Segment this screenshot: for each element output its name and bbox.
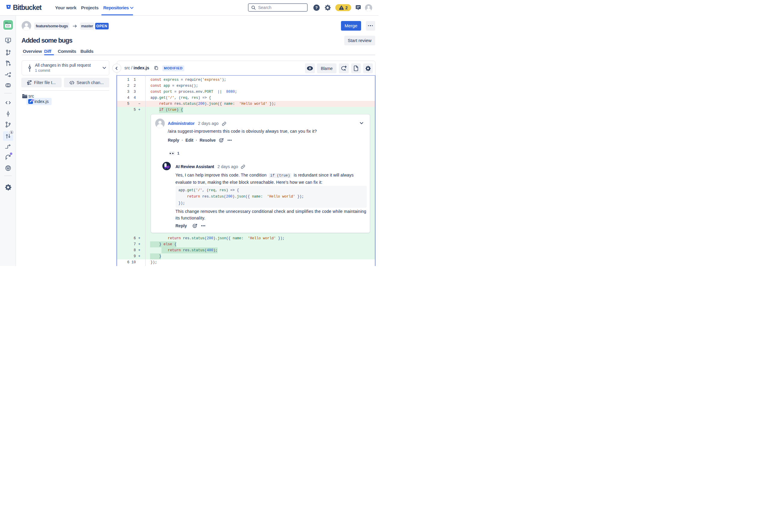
svg-text:?: ? (316, 5, 318, 10)
